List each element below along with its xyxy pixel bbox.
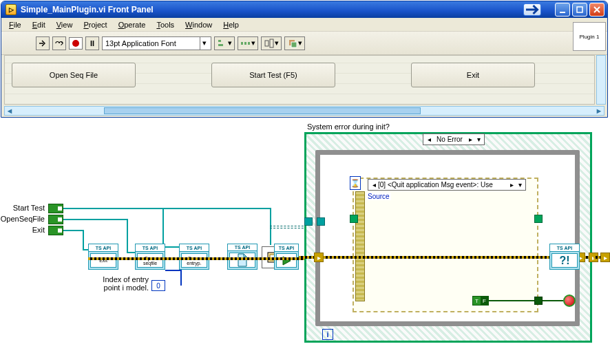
exit-terminal[interactable] <box>48 226 63 235</box>
menu-operate[interactable]: Operate <box>114 19 151 30</box>
toolbar: II 13pt Application Font ▾ ▾ ▾ ▾ ▾ ? <box>1 32 607 55</box>
loop-stop-terminal[interactable] <box>563 295 576 307</box>
true-half: T <box>473 297 481 305</box>
tsapi-exit-node[interactable]: TS API Exit <box>88 244 118 270</box>
svg-rect-0 <box>560 12 565 13</box>
false-half: F <box>481 297 488 305</box>
chevron-right-icon[interactable]: ▸ <box>466 136 474 143</box>
title-bar: ▷ Simple_MainPlugin.vi Front Panel <box>1 1 607 18</box>
edge-tunnel-right: ▸ <box>600 253 610 262</box>
svg-rect-3 <box>218 44 223 46</box>
file-icon <box>229 253 255 268</box>
menu-edit[interactable]: Edit <box>28 19 50 30</box>
event-data-node[interactable] <box>355 191 365 301</box>
tsapi-exec-body: Exec. entryp. <box>181 253 207 268</box>
chevron-right-icon[interactable]: ▸ <box>507 181 516 189</box>
menu-help[interactable]: Help <box>218 19 244 30</box>
wire-blue <box>165 270 182 271</box>
menu-view[interactable]: View <box>52 19 78 30</box>
case-selector[interactable]: ◂ No Error ▸ ▾ <box>423 133 485 145</box>
menu-file[interactable]: File <box>4 19 26 30</box>
event-tunnel-green <box>350 215 358 223</box>
tsapi-header: TS API <box>89 244 118 252</box>
tsapi-header: TS API <box>550 244 579 252</box>
font-selector[interactable]: 13pt Application Font ▾ <box>102 36 211 50</box>
svg-rect-8 <box>270 39 273 47</box>
minimize-button[interactable] <box>555 3 570 17</box>
vertical-scrollbar[interactable] <box>596 55 606 105</box>
horizontal-scrollbar[interactable]: ◄ ► <box>4 106 604 116</box>
menu-tools[interactable]: Tools <box>151 19 179 30</box>
front-panel: Open Seq File Start Test (F5) Exit <box>4 55 595 105</box>
scroll-left-icon[interactable]: ◄ <box>5 107 14 115</box>
svg-rect-1 <box>577 7 582 12</box>
tsapi-exit-body: Exit <box>90 253 116 268</box>
tsapi-error-node[interactable]: TS API ?! <box>549 244 580 270</box>
svg-rect-2 <box>218 40 221 42</box>
wire-bool <box>489 300 563 301</box>
tsapi-open-body: Open seqfile <box>137 253 163 268</box>
tsapi-exec-entryp-node[interactable]: TS API Exec. entryp. <box>179 244 209 270</box>
font-name: 13pt Application Font <box>105 39 176 47</box>
case-tunnel-teal-left <box>304 217 313 226</box>
tsapi-node-4[interactable]: TS API <box>227 244 257 270</box>
start-test-button[interactable]: Start Test (F5) <box>211 63 335 87</box>
menu-bar: File Edit View Project Operate Tools Win… <box>1 18 607 32</box>
chevron-left-icon[interactable]: ◂ <box>425 136 433 143</box>
tsapi-open-seqfile-node[interactable]: TS API Open seqfile <box>135 244 165 270</box>
case-title-label: System error during init? <box>307 122 390 131</box>
event-selector[interactable]: ◂ [0] <Quit application Msg event>: Use … <box>368 179 526 191</box>
block-diagram: Start Test OpenSeqFile Exit TS API Exit … <box>0 122 610 363</box>
menu-project[interactable]: Project <box>78 19 112 30</box>
loop-tunnel-left: ▸ <box>314 253 324 262</box>
maximize-button[interactable] <box>572 3 587 17</box>
wire-blue <box>180 270 182 286</box>
open-seq-file-label: OpenSeqFile <box>0 215 45 223</box>
tsapi-header: TS API <box>136 244 165 252</box>
svg-rect-7 <box>265 41 269 46</box>
menu-window[interactable]: Window <box>180 19 217 30</box>
event-selector-value: [0] <Quit application Msg event>: Use <box>378 181 507 189</box>
scrollbar-thumb[interactable] <box>104 107 421 114</box>
exit-button[interactable]: Exit <box>411 63 535 87</box>
tsapi-header: TS API <box>180 244 209 252</box>
run-continuous-button[interactable] <box>52 36 66 50</box>
svg-rect-6 <box>248 42 250 45</box>
run-button[interactable] <box>36 36 50 50</box>
plugin-icon[interactable]: Plugin 1 <box>573 22 606 51</box>
start-test-terminal[interactable] <box>48 204 63 213</box>
index-constant[interactable]: 0 <box>151 280 165 291</box>
chevron-left-icon[interactable]: ◂ <box>370 181 378 189</box>
loop-iteration-terminal[interactable]: i <box>322 329 333 340</box>
index-label: Index of entry point i model. <box>90 275 149 292</box>
resize-menu[interactable]: ▾ <box>261 36 282 50</box>
close-button[interactable] <box>589 3 604 17</box>
dropdown-icon[interactable]: ▾ <box>474 136 483 143</box>
open-seq-file-terminal[interactable] <box>48 215 63 224</box>
toolbar-arrow-button[interactable] <box>523 3 541 16</box>
case-selector-value: No Error <box>433 136 466 143</box>
svg-rect-4 <box>241 42 243 45</box>
event-tunnel-bool <box>534 297 543 305</box>
svg-rect-5 <box>244 42 246 45</box>
pause-button[interactable]: II <box>85 36 99 50</box>
app-icon: ▷ <box>6 4 17 15</box>
loop-tunnel-teal-left <box>317 217 325 226</box>
tsapi-run-node[interactable]: TS API <box>274 244 299 270</box>
tsapi-header: TS API <box>275 244 298 252</box>
start-test-label: Start Test <box>3 204 45 212</box>
svg-rect-10 <box>291 42 297 47</box>
reorder-menu[interactable]: ▾ <box>284 36 305 50</box>
event-timeout-icon[interactable]: ⌛ <box>350 176 361 190</box>
open-seq-file-button[interactable]: Open Seq File <box>12 63 136 87</box>
distribute-menu[interactable]: ▾ <box>238 36 258 50</box>
abort-button[interactable] <box>69 37 83 50</box>
run-arrow-icon <box>276 253 297 268</box>
true-constant[interactable]: TF <box>472 296 489 306</box>
scroll-right-icon[interactable]: ► <box>594 107 604 115</box>
event-tunnel-green-r <box>534 215 543 223</box>
source-field-label: Source <box>366 193 391 200</box>
exit-label: Exit <box>3 226 45 234</box>
align-menu[interactable]: ▾ <box>214 36 235 50</box>
dropdown-icon[interactable]: ▾ <box>516 181 524 189</box>
